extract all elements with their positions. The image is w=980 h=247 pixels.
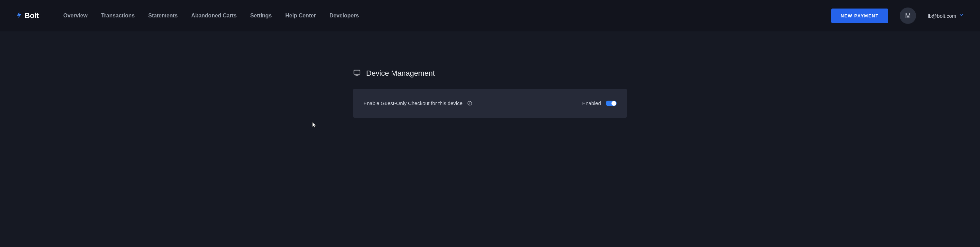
section-header: Device Management [353,69,627,78]
avatar[interactable]: M [900,8,916,24]
nav-transactions[interactable]: Transactions [101,13,135,19]
info-icon[interactable] [467,101,472,106]
main-content: Device Management Enable Guest-Only Chec… [0,31,980,118]
nav-help-center[interactable]: Help Center [285,13,316,19]
setting-label-group: Enable Guest-Only Checkout for this devi… [363,100,472,106]
nav-overview[interactable]: Overview [63,13,88,19]
chevron-down-icon [959,13,964,19]
monitor-icon [353,69,361,78]
status-text: Enabled [582,100,601,106]
content-column: Device Management Enable Guest-Only Chec… [353,69,627,118]
nav-developers[interactable]: Developers [329,13,359,19]
brand-name: Bolt [24,11,39,20]
main-nav: Overview Transactions Statements Abandon… [63,13,831,19]
bolt-icon [16,11,22,20]
nav-statements[interactable]: Statements [148,13,178,19]
guest-checkout-toggle[interactable] [606,101,617,106]
nav-settings[interactable]: Settings [250,13,272,19]
section-title: Device Management [366,69,435,78]
nav-abandoned-carts[interactable]: Abandoned Carts [191,13,237,19]
app-header: Bolt Overview Transactions Statements Ab… [0,0,980,31]
brand-logo[interactable]: Bolt [16,11,39,20]
cursor-icon [312,122,318,130]
new-payment-button[interactable]: NEW PAYMENT [831,8,888,23]
setting-label: Enable Guest-Only Checkout for this devi… [363,100,463,106]
svg-rect-0 [354,70,360,74]
setting-control: Enabled [582,100,617,106]
account-menu[interactable]: lb@bolt.com [928,13,964,19]
toggle-knob [611,101,616,106]
setting-card: Enable Guest-Only Checkout for this devi… [353,89,627,118]
header-actions: NEW PAYMENT M lb@bolt.com [831,8,964,24]
svg-point-3 [469,102,470,103]
account-email: lb@bolt.com [928,13,956,19]
